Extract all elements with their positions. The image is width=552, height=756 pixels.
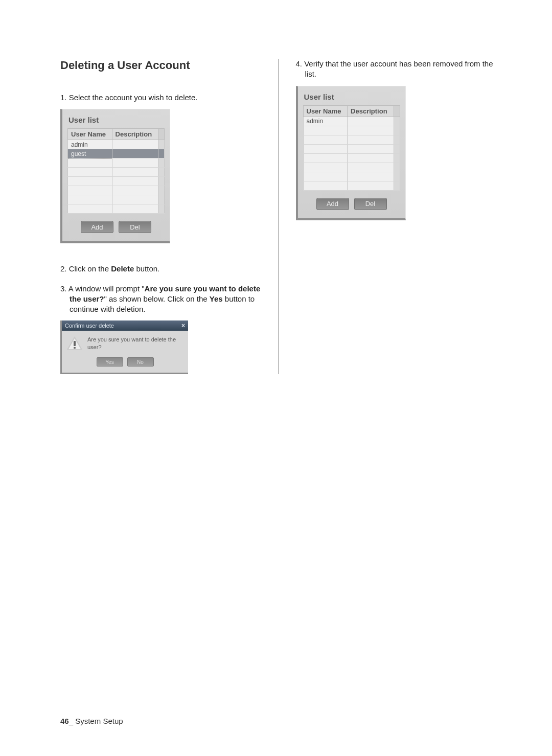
cell-username[interactable] <box>303 153 348 163</box>
confirm-delete-dialog: Confirm user delete × Are you sure you w… <box>60 320 188 374</box>
cell-username[interactable] <box>303 126 348 135</box>
cell-username[interactable] <box>303 135 348 144</box>
cell-username[interactable]: guest <box>68 149 112 158</box>
scrollbar-track[interactable] <box>394 153 400 163</box>
table-row[interactable]: admin <box>303 117 400 126</box>
table-row[interactable] <box>68 158 165 168</box>
userlist-table: User Name Description adminguest <box>67 128 165 214</box>
del-button[interactable]: Del <box>119 221 151 233</box>
scrollbar-track[interactable] <box>158 168 165 177</box>
userlist-panel-after: User list User Name Description admin Ad… <box>296 86 406 220</box>
scrollbar-header <box>394 105 400 117</box>
table-row[interactable] <box>303 144 400 153</box>
table-row[interactable] <box>303 126 400 135</box>
userlist-title: User list <box>67 113 165 128</box>
cell-description[interactable] <box>112 149 158 158</box>
step-3-pre: 3. A window will prompt " <box>60 284 145 293</box>
step-2-post: button. <box>134 264 159 273</box>
scrollbar-track[interactable] <box>158 149 165 158</box>
table-row[interactable] <box>68 168 165 177</box>
cell-username[interactable] <box>68 168 112 177</box>
table-row[interactable] <box>303 135 400 144</box>
userlist-panel-before: User list User Name Description admingue… <box>60 109 170 243</box>
table-header-row: User Name Description <box>303 105 400 117</box>
cell-username[interactable] <box>68 158 112 168</box>
userlist-table: User Name Description admin <box>303 105 400 191</box>
col-description[interactable]: Description <box>112 129 158 140</box>
scrollbar-track[interactable] <box>158 204 165 214</box>
table-row[interactable] <box>68 204 165 214</box>
step-2-pre: 2. Click on the <box>60 264 111 273</box>
table-row[interactable]: admin <box>68 140 165 149</box>
yes-button[interactable]: Yes <box>97 357 123 366</box>
cell-description[interactable] <box>348 144 394 153</box>
step-2-bold: Delete <box>111 264 134 273</box>
dialog-titlebar: Confirm user delete × <box>62 320 188 331</box>
cell-description[interactable] <box>112 140 158 149</box>
step-3-bold2: Yes <box>210 294 223 303</box>
cell-description[interactable] <box>348 181 394 190</box>
cell-username[interactable] <box>68 195 112 204</box>
cell-username[interactable] <box>68 186 112 195</box>
table-row[interactable] <box>303 181 400 190</box>
warning-icon <box>67 336 82 351</box>
cell-username[interactable] <box>303 144 348 153</box>
footer-sep: _ <box>69 717 73 725</box>
cell-description[interactable] <box>112 195 158 204</box>
scrollbar-track[interactable] <box>158 158 165 168</box>
footer-section: System Setup <box>73 717 123 725</box>
cell-username[interactable] <box>68 177 112 186</box>
add-button[interactable]: Add <box>81 221 113 233</box>
userlist-title: User list <box>303 90 400 105</box>
cell-description[interactable] <box>348 126 394 135</box>
add-button[interactable]: Add <box>316 198 349 210</box>
scrollbar-track[interactable] <box>158 177 165 186</box>
table-row[interactable] <box>303 172 400 181</box>
scrollbar-track[interactable] <box>394 126 400 135</box>
cell-description[interactable] <box>112 186 158 195</box>
cell-description[interactable] <box>348 153 394 163</box>
close-icon[interactable]: × <box>181 322 185 329</box>
no-button[interactable]: No <box>127 357 154 366</box>
cell-description[interactable] <box>348 117 394 126</box>
cell-description[interactable] <box>348 163 394 172</box>
table-row[interactable] <box>303 163 400 172</box>
col-description[interactable]: Description <box>348 105 394 117</box>
cell-username[interactable]: admin <box>303 117 348 126</box>
cell-description[interactable] <box>348 172 394 181</box>
section-heading: Deleting a User Account <box>60 59 261 72</box>
scrollbar-track[interactable] <box>394 135 400 144</box>
cell-username[interactable] <box>68 204 112 214</box>
table-row[interactable] <box>68 177 165 186</box>
table-row[interactable] <box>68 195 165 204</box>
step-3-mid: " as shown below. Click on the <box>104 294 210 303</box>
del-button[interactable]: Del <box>354 198 387 210</box>
scrollbar-track[interactable] <box>394 181 400 190</box>
cell-description[interactable] <box>348 135 394 144</box>
table-row[interactable]: guest <box>68 149 165 158</box>
scrollbar-track[interactable] <box>394 172 400 181</box>
scrollbar-track[interactable] <box>394 163 400 172</box>
scrollbar-track[interactable] <box>158 140 165 149</box>
scrollbar-track[interactable] <box>394 144 400 153</box>
scrollbar-header <box>158 129 165 140</box>
col-username[interactable]: User Name <box>68 129 112 140</box>
cell-username[interactable]: admin <box>68 140 112 149</box>
cell-description[interactable] <box>112 204 158 214</box>
col-username[interactable]: User Name <box>303 105 348 117</box>
page-footer: 46_ System Setup <box>60 717 123 725</box>
table-row[interactable] <box>68 186 165 195</box>
cell-username[interactable] <box>303 163 348 172</box>
step-4: 4. Verify that the user account has been… <box>296 59 496 80</box>
cell-description[interactable] <box>112 158 158 168</box>
scrollbar-track[interactable] <box>394 117 400 126</box>
table-header-row: User Name Description <box>68 129 165 140</box>
scrollbar-track[interactable] <box>158 186 165 195</box>
scrollbar-track[interactable] <box>158 195 165 204</box>
cell-description[interactable] <box>112 177 158 186</box>
cell-description[interactable] <box>112 168 158 177</box>
cell-username[interactable] <box>303 172 348 181</box>
step-2: 2. Click on the Delete button. <box>60 264 261 274</box>
cell-username[interactable] <box>303 181 348 190</box>
table-row[interactable] <box>303 153 400 163</box>
